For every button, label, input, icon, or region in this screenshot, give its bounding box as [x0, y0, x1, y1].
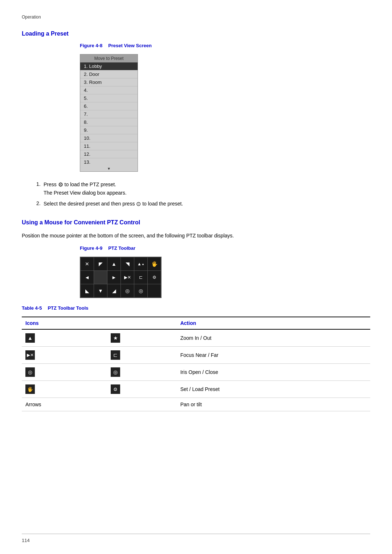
- iris-icon2-cell: ◎: [107, 364, 176, 381]
- zoom-icon1-cell: ▲: [22, 329, 107, 347]
- table-row-zoom: ▲ ★ Zoom In / Out: [22, 329, 370, 347]
- table-row-preset: 🖐 ⚙ Set / Load Preset: [22, 381, 370, 398]
- step-1: Press ⚙ to load the PTZ preset. The Pres…: [36, 180, 370, 197]
- load-preset-icon: ⚙: [58, 180, 63, 189]
- preset-item-selected[interactable]: 1. Lobby: [80, 62, 138, 70]
- ptz-btn-upleft[interactable]: ◤: [94, 257, 107, 270]
- preset-item-11[interactable]: 11.: [80, 142, 138, 150]
- mouse-ptz-title: Using a Mouse for Convenient PTZ Control: [22, 219, 370, 226]
- page-footer-divider: [22, 534, 370, 534]
- ptz-btn-downright[interactable]: ◢: [107, 284, 121, 297]
- preset-item-8[interactable]: 8.: [80, 118, 138, 126]
- preset-item-5[interactable]: 5.: [80, 94, 138, 102]
- arrows-action-cell: Pan or tilt: [177, 398, 370, 411]
- ptz-btn-up[interactable]: ▲: [107, 257, 121, 270]
- load-preset-table-icon: ⚙: [111, 384, 120, 394]
- ptz-btn-right[interactable]: ►: [107, 271, 121, 284]
- zoom-in-icon: ▲: [25, 333, 35, 343]
- zoom-out-icon: ★: [111, 333, 120, 343]
- iris-icon1-cell: ◎: [22, 364, 107, 381]
- iris-open-icon: ◎: [25, 367, 35, 377]
- page-number: 114: [22, 538, 30, 543]
- loading-preset-title: Loading a Preset: [22, 30, 370, 37]
- figure-4-9-label: Figure 4-9: [80, 245, 102, 251]
- iris-action-cell: Iris Open / Close: [177, 364, 370, 381]
- ptz-btn-center[interactable]: [94, 271, 107, 284]
- figure-4-9-title: PTZ Toolbar: [108, 245, 135, 251]
- preset-action-cell: Set / Load Preset: [177, 381, 370, 398]
- preset-item-3[interactable]: 3. Room: [80, 78, 138, 86]
- figure-4-8-label: Figure 4-8: [80, 43, 102, 48]
- preset-item-9[interactable]: 9.: [80, 126, 138, 134]
- ptz-btn-extra[interactable]: [148, 284, 161, 297]
- focus-icon1-cell: ▶✕: [22, 347, 107, 364]
- ptz-btn-iris-close[interactable]: ◎: [134, 284, 147, 297]
- preset-item-10[interactable]: 10.: [80, 134, 138, 142]
- preset-icon1-cell: 🖐: [22, 381, 107, 398]
- confirm-preset-icon: ⊙: [136, 200, 141, 208]
- preset-item-4[interactable]: 4.: [80, 86, 138, 94]
- ptz-btn-left[interactable]: ◄: [81, 271, 94, 284]
- preset-item-13[interactable]: 13.: [80, 158, 138, 166]
- zoom-icon2-cell: ★: [107, 329, 176, 347]
- preset-item-2[interactable]: 2. Door: [80, 70, 138, 78]
- zoom-action-cell: Zoom In / Out: [177, 329, 370, 347]
- arrows-label: Arrows: [25, 402, 41, 407]
- table-4-5-title: PTZ Toolbar Tools: [48, 305, 88, 311]
- table-4-5-label: Table 4-5: [22, 305, 42, 311]
- col-icons-header2: [107, 317, 176, 329]
- table-row-arrows: Arrows Pan or tilt: [22, 398, 370, 411]
- loading-preset-instructions: Press ⚙ to load the PTZ preset. The Pres…: [36, 180, 370, 208]
- figure-4-8-title: Preset View Screen: [108, 43, 152, 48]
- ptz-toolbar-tools-section: Table 4-5 PTZ Toolbar Tools Icons Action…: [22, 305, 370, 411]
- mouse-ptz-description: Position the mouse pointer at the bottom…: [22, 232, 370, 240]
- set-preset-icon: 🖐: [25, 384, 35, 394]
- preset-box-header: Move to Preset: [80, 54, 138, 62]
- ptz-btn-down[interactable]: ▼: [94, 284, 107, 297]
- ptz-btn-downleft[interactable]: ◣: [81, 284, 94, 297]
- arrows-label-cell: Arrows: [22, 398, 177, 411]
- focus-near-icon: ▶✕: [25, 350, 35, 360]
- ptz-btn-iris-open[interactable]: ◎: [121, 284, 134, 297]
- ptz-btn-load-preset[interactable]: ⚙: [148, 271, 161, 284]
- iris-close-icon: ◎: [111, 367, 120, 377]
- preset-icon2-cell: ⚙: [107, 381, 176, 398]
- ptz-btn-focus-near[interactable]: ▶✕: [121, 271, 134, 284]
- ptz-btn-zoom-in[interactable]: ▲▲: [134, 257, 147, 270]
- ptz-table: Icons Action ▲ ★ Zoom In / Out ▶✕: [22, 317, 370, 411]
- focus-icon2-cell: ⊏: [107, 347, 176, 364]
- ptz-btn-set-preset[interactable]: 🖐: [148, 257, 161, 270]
- table-row-iris: ◎ ◎ Iris Open / Close: [22, 364, 370, 381]
- table-row-focus: ▶✕ ⊏ Focus Near / Far: [22, 347, 370, 364]
- col-icons-header: Icons: [22, 317, 107, 329]
- preset-item-12[interactable]: 12.: [80, 150, 138, 158]
- preset-item-6[interactable]: 6.: [80, 102, 138, 110]
- focus-far-icon: ⊏: [111, 350, 120, 360]
- focus-action-cell: Focus Near / Far: [177, 347, 370, 364]
- ptz-btn-upright[interactable]: ◥: [121, 257, 134, 270]
- step-2: Select the desired preset and then press…: [36, 200, 370, 208]
- ptz-btn-focus-far[interactable]: ⊏: [134, 271, 147, 284]
- col-action-header: Action: [177, 317, 370, 329]
- operation-label: Operation: [22, 15, 370, 20]
- ptz-btn-close[interactable]: ✕: [81, 257, 94, 270]
- preset-item-7[interactable]: 7.: [80, 110, 138, 118]
- scroll-down-indicator: ▼: [80, 166, 138, 171]
- ptz-toolbar-grid: ✕ ◤ ▲ ◥ ▲▲ 🖐 ◄ ► ▶✕ ⊏ ⚙ ◣ ▼ ◢ ◎ ◎: [80, 257, 162, 298]
- preset-view-box: Move to Preset 1. Lobby 2. Door 3. Room …: [80, 54, 138, 172]
